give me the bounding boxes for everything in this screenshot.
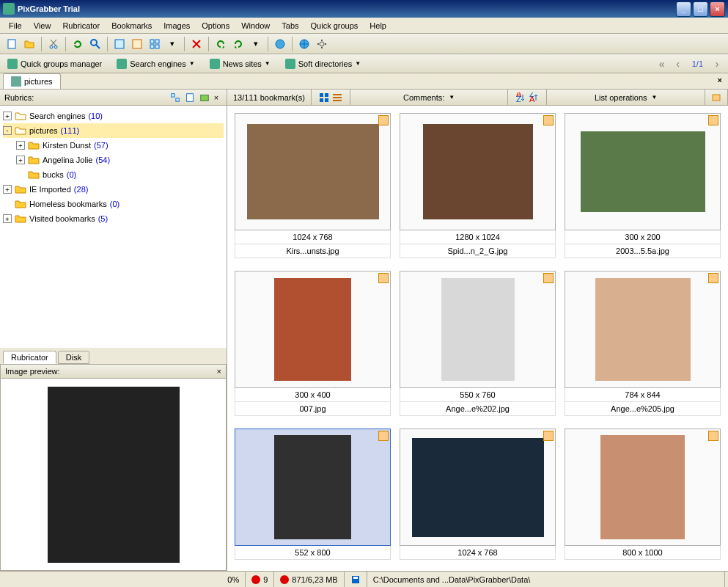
expander-icon[interactable]: + — [3, 112, 12, 120]
thumbnail-grid[interactable]: 1024 x 768Kirs...unsts.jpg1280 x 1024Spi… — [227, 106, 728, 571]
menu-file[interactable]: File — [3, 20, 28, 32]
tool-search-icon[interactable] — [87, 36, 103, 52]
rubrics-close-icon[interactable]: × — [210, 92, 222, 103]
tool-globe-icon[interactable] — [296, 36, 312, 52]
sort-icons: AZ ZA — [508, 90, 547, 105]
thumbnail-item[interactable]: 300 x 2002003...5.5a.jpg — [565, 113, 721, 262]
thumbnail-frame[interactable] — [235, 271, 391, 388]
tool-forward-icon[interactable] — [230, 36, 246, 52]
svg-rect-17 — [320, 93, 323, 97]
expander-icon[interactable]: + — [16, 141, 25, 150]
tab-close-button[interactable]: × — [718, 76, 722, 84]
tool-cut-icon[interactable] — [45, 36, 62, 52]
minimize-button[interactable]: _ — [676, 1, 691, 17]
tool-tile-icon[interactable] — [147, 36, 163, 52]
quick-groups-manager-button[interactable]: Quick groups manager — [3, 57, 106, 70]
thumbnail-frame[interactable] — [565, 429, 721, 546]
nav-first-button[interactable]: « — [654, 56, 670, 72]
thumbnail-frame[interactable] — [400, 271, 556, 388]
tree-node-search-engines[interactable]: +Search engines(10) — [3, 109, 224, 123]
quick-group-search-engines[interactable]: Search engines▼ — [112, 57, 199, 70]
expander-icon[interactable]: + — [3, 214, 12, 223]
thumbnail-item[interactable]: 784 x 844Ange...e%205.jpg — [565, 271, 721, 420]
tree-node-visited-bookmarks[interactable]: +Visited bookmarks(5) — [3, 211, 224, 226]
menu-options[interactable]: Options — [196, 20, 235, 32]
tool-dropdown2-icon[interactable]: ▾ — [248, 36, 264, 52]
rubrics-tool1-icon[interactable] — [169, 92, 181, 103]
thumbnail-item[interactable]: 1280 x 1024Spid...n_2_G.jpg — [400, 113, 556, 262]
tree-node-angelina-jolie[interactable]: +Angelina Jolie(54) — [3, 153, 224, 167]
tool-dropdown-icon[interactable]: ▾ — [164, 36, 180, 52]
tree-node-bucks[interactable]: bucks(0) — [3, 167, 224, 182]
svg-rect-16 — [201, 95, 209, 101]
tool-refresh-icon[interactable] — [70, 36, 86, 52]
rubrics-tool3-icon[interactable] — [199, 92, 210, 103]
thumbnail-frame[interactable] — [235, 429, 391, 546]
menu-help[interactable]: Help — [364, 20, 392, 32]
tool-back-icon[interactable] — [213, 36, 229, 52]
thumbnail-frame[interactable] — [565, 271, 721, 388]
tree-node-homeless-bookmarks[interactable]: Homeless bookmarks(0) — [3, 197, 224, 211]
tab-rubricator[interactable]: Rubricator — [3, 351, 56, 364]
list-operations-dropdown[interactable]: List operations▼ — [547, 90, 705, 105]
expander-icon[interactable]: + — [16, 156, 25, 164]
menu-quick-groups[interactable]: Quick groups — [305, 20, 364, 32]
thumbnail-item[interactable]: 300 x 400007.jpg — [235, 271, 391, 420]
thumbnail-item[interactable]: 800 x 1000 — [565, 429, 721, 564]
view-list-icon[interactable] — [332, 92, 342, 103]
titlebar[interactable]: PixGrabber Trial _ □ × — [0, 0, 728, 18]
thumbnail-frame[interactable] — [400, 429, 556, 546]
thumbnail-frame[interactable] — [400, 113, 556, 230]
menu-window[interactable]: Window — [235, 20, 276, 32]
folder-icon — [15, 213, 26, 225]
menu-rubricator[interactable]: Rubricator — [56, 20, 106, 32]
menu-bookmarks[interactable]: Bookmarks — [106, 20, 158, 32]
svg-point-2 — [54, 45, 57, 48]
sort-asc-icon[interactable]: AZ — [515, 92, 526, 103]
rubrics-tool2-icon[interactable] — [184, 92, 196, 103]
quick-group-soft-directories[interactable]: Soft directories▼ — [281, 57, 365, 70]
menu-images[interactable]: Images — [158, 20, 196, 32]
expander-icon[interactable] — [3, 200, 12, 208]
content-tool-icon[interactable] — [705, 90, 728, 105]
tool-settings-icon[interactable] — [314, 36, 330, 52]
tree-node-kirsten-dunst[interactable]: +Kirsten Dunst(57) — [3, 138, 224, 153]
status-save-icon[interactable] — [345, 572, 367, 587]
view-thumbs-icon[interactable] — [319, 92, 329, 103]
page-indicator: 1/1 — [692, 59, 703, 68]
document-tab-pictures[interactable]: pictures — [3, 73, 61, 89]
comments-dropdown[interactable]: Comments:▼ — [350, 90, 509, 105]
rubrics-tree[interactable]: +Search engines(10)-pictures(111)+Kirste… — [0, 106, 227, 348]
tool-open-icon[interactable] — [21, 36, 37, 52]
thumbnail-item[interactable]: 550 x 760Ange...e%202.jpg — [400, 271, 556, 420]
thumbnail-item[interactable]: 552 x 800 — [235, 429, 391, 564]
tool-delete-icon[interactable] — [188, 36, 205, 52]
sort-desc-icon[interactable]: ZA — [529, 92, 539, 103]
thumbnail-item[interactable]: 1024 x 768Kirs...unsts.jpg — [235, 113, 391, 262]
tool-unmark-icon[interactable] — [129, 36, 145, 52]
expander-icon[interactable]: + — [3, 185, 12, 194]
preview-close-icon[interactable]: × — [217, 367, 221, 376]
tree-count: (54) — [96, 156, 111, 164]
close-button[interactable]: × — [710, 1, 725, 17]
thumbnail-item[interactable]: 1024 x 768 — [400, 429, 556, 564]
menu-view[interactable]: View — [28, 20, 57, 32]
maximize-button[interactable]: □ — [693, 1, 708, 17]
thumbnail-frame[interactable] — [565, 113, 721, 230]
tree-node-pictures[interactable]: -pictures(111) — [3, 123, 224, 138]
tool-mark-icon[interactable] — [111, 36, 128, 52]
thumbnail-frame[interactable] — [235, 113, 391, 230]
nav-prev-button[interactable]: ‹ — [670, 56, 686, 72]
qg-icon — [210, 59, 220, 69]
nav-next-button[interactable]: › — [709, 56, 725, 72]
expander-icon[interactable]: - — [3, 126, 12, 135]
tree-node-ie-imported[interactable]: +IE Imported(28) — [3, 182, 224, 197]
menu-tabs[interactable]: Tabs — [276, 20, 304, 32]
bookmark-badge-icon — [378, 273, 389, 283]
quick-group-news-sites[interactable]: News sites▼ — [205, 57, 275, 70]
tab-disk[interactable]: Disk — [58, 351, 89, 364]
tool-web-icon[interactable] — [272, 36, 288, 52]
document-tabs: pictures × — [0, 73, 728, 90]
expander-icon[interactable] — [16, 170, 25, 179]
tool-new-icon[interactable] — [4, 36, 20, 52]
